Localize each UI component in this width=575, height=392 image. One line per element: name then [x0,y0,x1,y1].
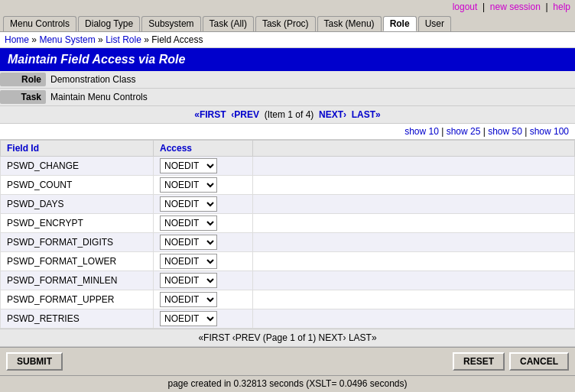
nav-prev[interactable]: ‹PREV [231,109,259,120]
access-select[interactable]: NOEDITEDITHIDEDISABLE [160,254,217,269]
sort-fieldid[interactable]: Field Id [7,143,39,154]
show-50-link[interactable]: show 50 [488,126,522,137]
right-buttons: RESET CANCEL [453,352,569,371]
table-row: PSWD_COUNTNOEDITEDITHIDEDISABLE [1,176,575,195]
tab-role[interactable]: Role [383,16,417,31]
logout-link[interactable]: logout [453,2,478,12]
access-cell: NOEDITEDITHIDEDISABLE [154,157,253,176]
top-bar: logout | new session | help [0,0,575,14]
help-link[interactable]: help [553,2,570,12]
extra-cell [253,176,575,195]
access-cell: NOEDITEDITHIDEDISABLE [154,195,253,214]
bottom-nav-text: «FIRST ‹PREV (Page 1 of 1) NEXT› LAST» [198,332,376,343]
access-cell: NOEDITEDITHIDEDISABLE [154,271,253,290]
nav-row-bottom: «FIRST ‹PREV (Page 1 of 1) NEXT› LAST» [0,329,575,347]
tab-task--proc-[interactable]: Task (Proc) [255,16,316,31]
sort-access[interactable]: Access [160,143,192,154]
col-header-access: Access [154,141,253,157]
main-content: Maintain Field Access via Role Role Demo… [0,48,575,347]
access-cell: NOEDITEDITHIDEDISABLE [154,252,253,271]
field-id-cell: PSWD_CHANGE [1,157,154,176]
tab-bar: Menu ControlsDialog TypeSubsystemTask (A… [0,14,575,32]
tab-menu-controls[interactable]: Menu Controls [3,16,76,31]
field-id-cell: PSWD_FORMAT_LOWER [1,252,154,271]
access-select[interactable]: NOEDITEDITHIDEDISABLE [160,235,217,250]
access-cell: NOEDITEDITHIDEDISABLE [154,290,253,309]
show-25-link[interactable]: show 25 [447,126,481,137]
nav-first[interactable]: «FIRST [194,109,226,120]
status-bar: page created in 0.32813 seconds (XSLT= 0… [0,375,575,391]
access-select[interactable]: NOEDITEDITHIDEDISABLE [160,196,217,212]
breadcrumb-sep1: » [31,34,37,45]
access-select[interactable]: NOEDITEDITHIDEDISABLE [160,292,217,307]
extra-cell [253,214,575,233]
breadcrumb-sep2: » [98,34,103,45]
show-100-link[interactable]: show 100 [530,126,569,137]
table-row: PSWD_CHANGENOEDITEDITHIDEDISABLE [1,157,575,176]
role-label: Role [0,73,46,86]
breadcrumb-list-role[interactable]: List Role [106,34,141,45]
extra-cell [253,290,575,309]
field-id-cell: PSWD_DAYS [1,195,154,214]
page-title: Maintain Field Access via Role [0,48,575,71]
extra-cell [253,157,575,176]
data-table: Field Id Access PSWD_CHANGENOEDITEDITHID… [0,140,575,329]
access-select[interactable]: NOEDITEDITHIDEDISABLE [160,311,217,326]
tab-dialog-type[interactable]: Dialog Type [78,16,140,31]
breadcrumb-home[interactable]: Home [5,34,29,45]
nav-next[interactable]: NEXT› [319,109,346,120]
access-select[interactable]: NOEDITEDITHIDEDISABLE [160,158,217,173]
col-header-extra [253,141,575,157]
extra-cell [253,252,575,271]
reset-button[interactable]: RESET [453,352,505,371]
extra-cell [253,309,575,329]
tab-subsystem[interactable]: Subsystem [141,16,200,31]
field-id-cell: PSWD_FORMAT_UPPER [1,290,154,309]
task-row: Task Maintain Menu Controls [0,89,575,106]
task-value: Maintain Menu Controls [50,92,148,102]
table-row: PSWD_RETRIESNOEDITEDITHIDEDISABLE [1,309,575,329]
show-10-link[interactable]: show 10 [404,126,439,137]
extra-cell [253,233,575,252]
table-row: PSWD_FORMAT_DIGITSNOEDITEDITHIDEDISABLE [1,233,575,252]
access-cell: NOEDITEDITHIDEDISABLE [154,233,253,252]
field-id-cell: PSWD_COUNT [1,176,154,195]
nav-last[interactable]: LAST» [352,109,381,120]
access-cell: NOEDITEDITHIDEDISABLE [154,214,253,233]
breadcrumb-current: Field Access [151,34,203,45]
role-row: Role Demonstration Class [0,71,575,89]
show-row: show 10 | show 25 | show 50 | show 100 [0,124,575,140]
table-row: PSWD_DAYSNOEDITEDITHIDEDISABLE [1,195,575,214]
table-row: PSWD_FORMAT_MINLENNOEDITEDITHIDEDISABLE [1,271,575,290]
nav-row-top: «FIRST ‹PREV (Item 1 of 4) NEXT› LAST» [0,106,575,124]
task-label: Task [0,90,46,104]
new-session-link[interactable]: new session [490,2,541,12]
submit-button[interactable]: SUBMIT [6,352,63,371]
tab-task--menu-[interactable]: Task (Menu) [317,16,382,31]
field-id-cell: PSWD_ENCRYPT [1,214,154,233]
breadcrumb: Home » Menu System » List Role » Field A… [0,32,575,48]
table-row: PSWD_FORMAT_LOWERNOEDITEDITHIDEDISABLE [1,252,575,271]
access-select[interactable]: NOEDITEDITHIDEDISABLE [160,177,217,193]
button-row: SUBMIT RESET CANCEL [0,347,575,375]
table-row: PSWD_ENCRYPTNOEDITEDITHIDEDISABLE [1,214,575,233]
tab-user[interactable]: User [418,16,451,31]
access-select[interactable]: NOEDITEDITHIDEDISABLE [160,273,217,288]
field-id-cell: PSWD_FORMAT_MINLEN [1,271,154,290]
field-id-cell: PSWD_FORMAT_DIGITS [1,233,154,252]
access-cell: NOEDITEDITHIDEDISABLE [154,309,253,329]
table-row: PSWD_FORMAT_UPPERNOEDITEDITHIDEDISABLE [1,290,575,309]
role-value: Demonstration Class [50,74,135,85]
breadcrumb-menu-system[interactable]: Menu System [39,34,95,45]
nav-info: (Item 1 of 4) [265,109,314,120]
access-select[interactable]: NOEDITEDITHIDEDISABLE [160,215,217,231]
tab-task--all-[interactable]: Task (All) [203,16,254,31]
cancel-button[interactable]: CANCEL [509,352,569,371]
breadcrumb-sep3: » [144,34,149,45]
extra-cell [253,195,575,214]
extra-cell [253,271,575,290]
access-cell: NOEDITEDITHIDEDISABLE [154,176,253,195]
col-header-fieldid: Field Id [1,141,154,157]
field-id-cell: PSWD_RETRIES [1,309,154,329]
